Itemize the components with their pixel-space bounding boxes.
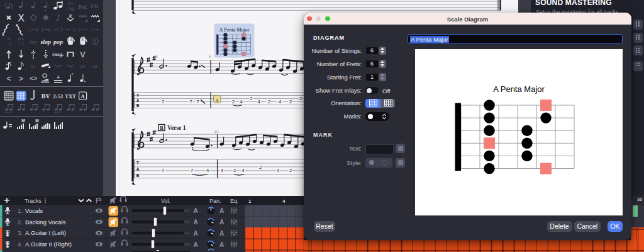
svg-text:>: > [20,8,23,12]
svg-text:7: 7 [196,99,199,105]
svg-text:4: 4 [206,168,209,173]
svg-text:X: X [18,13,25,23]
svg-text:4: 4 [221,168,223,173]
svg-text:3: 3 [8,41,11,45]
svg-text:BV: BV [42,93,51,100]
svg-text:A.Guitar II (Right): A.Guitar II (Right) [25,241,72,248]
svg-text:^: ^ [33,8,35,12]
svg-text:Eq.: Eq. [230,198,239,204]
svg-text:TXT: TXT [65,93,76,100]
svg-text:3: 3 [47,27,50,33]
svg-text:∞: ∞ [92,62,97,70]
svg-text:tr.: tr. [31,63,36,69]
svg-text:(: ( [5,3,8,9]
svg-text:AUTO: AUTO [55,111,62,114]
svg-text:2: 2 [232,99,235,105]
svg-text:3: 3 [77,27,80,33]
svg-text:rasg.: rasg. [52,51,64,57]
svg-text:T: T [136,161,139,165]
svg-text:*: * [72,72,74,77]
svg-text:A: A [193,207,197,214]
svg-text:<: < [6,74,11,83]
svg-text:7: 7 [189,99,192,105]
svg-text:A: A [193,241,197,248]
svg-text:A: A [193,219,197,226]
svg-text:7: 7 [191,168,193,173]
svg-text:B: B [136,103,140,108]
svg-text:∞: ∞ [80,62,86,70]
svg-text:2: 2 [289,99,292,105]
svg-text:M: M [21,118,25,123]
svg-text:1: 1 [41,27,43,33]
svg-text:4: 4 [282,198,286,204]
svg-text:P.M.: P.M. [91,4,100,9]
svg-text:1 3: 1 3 [19,41,25,45]
svg-text:2: 2 [233,168,236,173]
svg-text:>: > [19,74,23,83]
svg-text:Pan.: Pan. [209,198,221,204]
svg-text:B: B [136,173,140,178]
svg-text:2.: 2. [18,219,23,226]
svg-text:3: 3 [90,27,93,33]
svg-text:T: T [136,93,139,98]
svg-text:2: 2 [250,96,252,101]
svg-text:A: A [80,93,85,100]
svg-text:4: 4 [242,168,244,173]
svg-text:1.: 1. [18,207,23,214]
svg-text:2:51: 2:51 [53,93,64,100]
svg-text:x: x [15,22,18,27]
svg-text:1: 1 [29,27,31,33]
svg-text:x: x [69,12,72,19]
svg-text:x: x [1,32,4,37]
svg-text:3: 3 [72,27,75,33]
svg-text:Vol.: Vol. [161,198,170,204]
svg-text:A: A [136,98,140,103]
svg-text:tap: tap [30,38,37,45]
svg-text:A Penta Major: A Penta Major [219,27,250,33]
svg-text:Tracks: Tracks [25,198,42,204]
svg-text:4.: 4. [18,241,23,248]
svg-text:B: B [160,125,164,131]
svg-text:A: A [219,219,224,226]
svg-text:6: 6 [94,40,96,44]
svg-text:A: A [193,230,197,237]
svg-text:Verse 1: Verse 1 [167,125,186,131]
svg-text:7: 7 [162,99,164,105]
svg-text:3.: 3. [18,229,23,236]
svg-text:A: A [219,207,224,214]
svg-text:A: A [219,241,224,248]
svg-text:4: 4 [279,99,281,105]
svg-text:4: 4 [277,168,279,173]
svg-text:M: M [35,118,38,123]
svg-text:1: 1 [248,198,252,204]
svg-text:3: 3 [60,27,63,33]
svg-text:2: 2 [299,96,302,101]
svg-text:slap: slap [40,38,51,45]
svg-text:2: 2 [268,99,270,105]
svg-text:ring: ring [67,6,75,11]
svg-text:3: 3 [35,27,38,33]
svg-text:Backing Vocals: Backing Vocals [25,219,66,226]
svg-text:+: + [56,74,60,81]
svg-text:V: V [80,50,86,59]
svg-text:*: * [84,80,86,84]
svg-text:): ) [11,3,13,9]
svg-text:4: 4 [216,98,218,103]
svg-text:7: 7 [162,168,164,173]
svg-text:4: 4 [257,99,260,105]
svg-text:Vocals: Vocals [25,207,43,214]
svg-text:10: 10 [214,130,219,134]
svg-text:AUTO: AUTO [5,111,12,114]
svg-text:pop: pop [53,38,63,45]
svg-text:A.Guitar I (Left): A.Guitar I (Left) [25,229,66,236]
svg-text:2: 2 [289,168,292,173]
svg-text:A: A [136,167,140,171]
svg-text:Ped.: Ped. [78,4,87,10]
svg-text:2: 2 [259,164,262,170]
svg-text:<>: <> [30,75,37,82]
svg-text:4: 4 [240,99,242,105]
svg-text:A: A [219,230,224,237]
